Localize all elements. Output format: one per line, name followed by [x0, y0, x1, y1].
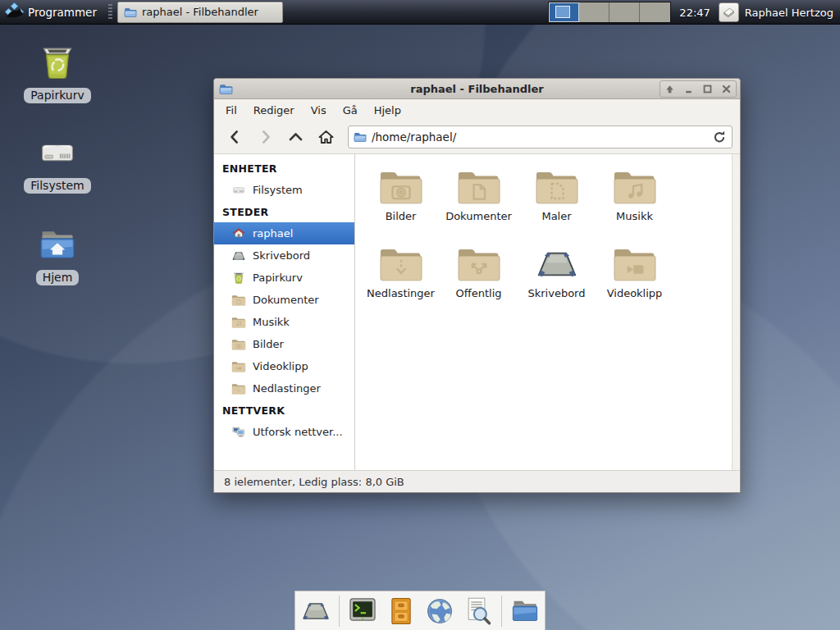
- folder-pictures-icon: [378, 167, 424, 207]
- file-manager-button[interactable]: [509, 596, 541, 627]
- minimize-button[interactable]: [679, 81, 698, 97]
- sidebar-item-videoklipp[interactable]: Videoklipp: [214, 355, 354, 377]
- taskbar-window-label: raphael - Filbehandler: [142, 6, 258, 18]
- file-item-dokumenter[interactable]: Dokumenter: [440, 166, 518, 243]
- file-item-maler[interactable]: Maler: [518, 166, 596, 243]
- folder-pictures-icon: [231, 337, 246, 352]
- file-item-bilder[interactable]: Bilder: [362, 166, 440, 243]
- desktop: Programmer raphael - Filbehandler 22:47 …: [0, 0, 840, 630]
- sidebar-item-label: Filsystem: [253, 184, 303, 196]
- sidebar-item-utforsk-nettver[interactable]: Utforsk nettver...: [214, 421, 354, 443]
- close-button[interactable]: [717, 81, 736, 97]
- sidebar-item-dokumenter[interactable]: Dokumenter: [214, 289, 354, 311]
- reload-button[interactable]: [712, 130, 727, 144]
- sidebar-item-label: Skrivebord: [253, 249, 310, 262]
- file-item-skrivebord[interactable]: Skrivebord: [518, 243, 596, 320]
- file-view[interactable]: BilderDokumenterMalerMusikkNedlastingerO…: [355, 154, 740, 470]
- dock: [294, 591, 546, 630]
- file-item-musikk[interactable]: Musikk: [596, 166, 673, 243]
- toolbar: /home/raphael/: [214, 121, 740, 154]
- vertical-scrollbar[interactable]: [732, 154, 740, 470]
- show-desktop-button[interactable]: [300, 596, 331, 627]
- desktop-icon-hjem[interactable]: Hjem: [12, 223, 103, 285]
- file-cabinet-button[interactable]: [386, 596, 417, 627]
- sidebar-item-bilder[interactable]: Bilder: [214, 333, 354, 355]
- folder-music-icon: [612, 167, 658, 207]
- user-name: Raphael Hertzog: [745, 7, 833, 19]
- menu-hjelp[interactable]: Hjelp: [366, 100, 409, 121]
- statusbar-text: 8 ielementer, Ledig plass: 8,0 GiB: [224, 476, 404, 488]
- user-actions-button[interactable]: [719, 2, 739, 22]
- trash-icon: [231, 271, 246, 285]
- sidebar-header-nettverk: NETTVERK: [214, 399, 354, 421]
- sidebar-item-label: Papirkurv: [253, 272, 303, 284]
- desktop-icon-label: Filsystem: [24, 178, 90, 194]
- workspace-3[interactable]: [609, 2, 640, 22]
- forward-button[interactable]: [252, 125, 279, 149]
- drive-icon: [231, 183, 246, 198]
- applications-menu-button[interactable]: Programmer: [28, 6, 97, 19]
- sidebar-item-label: raphael: [253, 227, 293, 240]
- taskbar-window-button[interactable]: raphael - Filbehandler: [117, 2, 283, 23]
- file-item-label: Bilder: [386, 210, 417, 222]
- back-button[interactable]: [221, 125, 249, 149]
- trash-icon: [36, 41, 79, 85]
- workspace-pager[interactable]: [548, 2, 671, 23]
- maximize-button[interactable]: [698, 81, 717, 97]
- homefolder-icon: [36, 223, 79, 267]
- sidebar-item-skrivebord[interactable]: Skrivebord: [214, 244, 354, 267]
- file-item-offentlig[interactable]: Offentlig: [440, 243, 518, 320]
- sidebar-item-musikk[interactable]: Musikk: [214, 311, 354, 333]
- menu-g[interactable]: Gå: [335, 100, 366, 121]
- workspace-4[interactable]: [640, 2, 670, 22]
- menu-rediger[interactable]: Rediger: [245, 100, 303, 121]
- file-item-videoklipp[interactable]: Videoklipp: [596, 243, 673, 320]
- sidebar-item-nedlastinger[interactable]: Nedlastinger: [214, 377, 354, 399]
- home-button[interactable]: [313, 125, 340, 149]
- menu-fil[interactable]: Fil: [217, 100, 245, 121]
- sidebar-item-label: Videoklipp: [253, 360, 308, 372]
- file-item-label: Musikk: [616, 210, 653, 222]
- desktop-icon-papirkurv[interactable]: Papirkurv: [12, 41, 103, 103]
- folder-music-icon: [231, 315, 246, 330]
- sidebar-item-filsystem[interactable]: Filsystem: [214, 179, 354, 201]
- menu-vis[interactable]: Vis: [303, 100, 335, 121]
- path-text[interactable]: /home/raphael/: [372, 130, 707, 144]
- file-item-nedlastinger[interactable]: Nedlastinger: [362, 243, 440, 320]
- folder-documents-icon: [456, 167, 502, 207]
- xfce-logo-icon[interactable]: [5, 2, 24, 21]
- menubar: FilRedigerVisGåHjelp: [214, 99, 740, 121]
- dock-separator: [501, 596, 502, 627]
- folder-icon: [354, 130, 367, 144]
- desktop-icon-filsystem[interactable]: Filsystem: [12, 131, 103, 194]
- folder-templates-icon: [534, 167, 580, 207]
- file-item-label: Nedlastinger: [367, 287, 435, 299]
- titlebar[interactable]: raphael - Filbehandler: [214, 79, 740, 99]
- sidebar-item-label: Bilder: [253, 338, 284, 350]
- app-finder-button[interactable]: [463, 596, 494, 627]
- desktop-icon-label: Hjem: [36, 270, 80, 285]
- folder-documents-icon: [231, 293, 246, 308]
- sidebar: ENHETERFilsystemSTEDERraphaelSkrivebordP…: [214, 154, 355, 470]
- workspace-1[interactable]: [549, 2, 579, 22]
- path-entry[interactable]: /home/raphael/: [348, 126, 733, 148]
- up-button[interactable]: [282, 125, 309, 149]
- workspace-2[interactable]: [579, 2, 609, 22]
- top-panel: Programmer raphael - Filbehandler 22:47 …: [0, 0, 840, 25]
- drive-icon: [36, 131, 79, 176]
- sidebar-item-raphael[interactable]: raphael: [214, 222, 354, 244]
- taskbar-grip: [108, 4, 112, 21]
- shade-button[interactable]: [660, 81, 679, 97]
- terminal-button[interactable]: [347, 596, 378, 627]
- web-browser-button[interactable]: [424, 596, 455, 627]
- folder-videos-icon: [612, 244, 658, 284]
- folder-videos-icon: [231, 359, 246, 374]
- sidebar-item-papirkurv[interactable]: Papirkurv: [214, 267, 354, 289]
- clock: 22:47: [679, 7, 710, 19]
- sidebar-item-label: Dokumenter: [253, 294, 319, 306]
- desktop-icon: [534, 244, 580, 284]
- sidebar-item-label: Musikk: [253, 316, 290, 328]
- folder-downloads-icon: [378, 244, 424, 284]
- file-item-label: Offentlig: [456, 287, 502, 299]
- sidebar-item-label: Utforsk nettver...: [253, 426, 343, 438]
